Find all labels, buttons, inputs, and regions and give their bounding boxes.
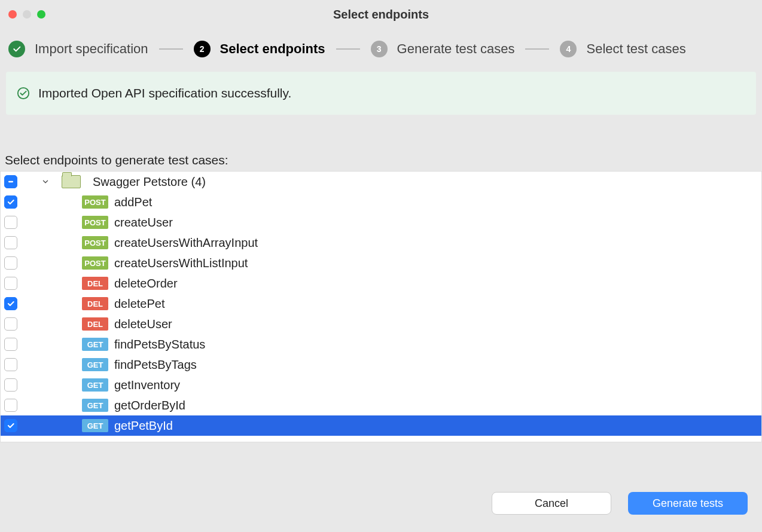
import-success-notice: Imported Open API specification successf… [6, 72, 756, 115]
tree-row[interactable]: POSTaddPet [1, 192, 761, 212]
http-method-badge: GET [82, 419, 108, 432]
tree-row[interactable]: POSTcreateUser [1, 212, 761, 233]
endpoint-name: findPetsByTags [112, 358, 197, 372]
chevron-down-icon[interactable] [41, 178, 50, 186]
http-method-badge: DEL [82, 297, 108, 310]
checkbox[interactable] [4, 297, 17, 310]
http-method-badge: GET [82, 378, 108, 392]
tree-row[interactable]: DELdeleteUser [1, 314, 761, 334]
step-number-icon: 4 [560, 41, 577, 57]
titlebar: Select endpoints [0, 0, 762, 29]
http-method-badge: POST [82, 216, 108, 229]
step-separator [525, 48, 549, 50]
step-import-specification: Import specification [8, 41, 148, 57]
endpoint-name: addPet [112, 195, 152, 209]
tree-row[interactable]: DELdeletePet [1, 293, 761, 314]
http-method-badge: POST [82, 256, 108, 270]
tree-row[interactable]: GETfindPetsByStatus [1, 334, 761, 354]
endpoint-name: createUser [112, 216, 173, 230]
tree-row[interactable]: GETfindPetsByTags [1, 354, 761, 375]
http-method-badge: POST [82, 236, 108, 249]
checkbox[interactable] [4, 216, 17, 229]
http-method-badge: POST [82, 195, 108, 209]
step-label: Select endpoints [220, 41, 325, 57]
checkbox[interactable] [4, 195, 17, 209]
svg-rect-1 [8, 181, 13, 182]
endpoint-name: createUsersWithArrayInput [112, 236, 258, 250]
tree-row[interactable]: POSTcreateUsersWithArrayInput [1, 233, 761, 253]
step-separator [159, 48, 183, 50]
tree-row[interactable]: GETgetPetById [1, 415, 761, 436]
dialog-footer: Cancel Generate tests [0, 475, 762, 532]
http-method-badge: GET [82, 338, 108, 351]
step-label: Import specification [35, 41, 148, 57]
cancel-button[interactable]: Cancel [492, 492, 611, 515]
success-icon [17, 87, 30, 100]
tree-root-row[interactable]: Swagger Petstore (4) [1, 172, 761, 192]
tree-row[interactable]: GETgetOrderById [1, 395, 761, 415]
wizard-steps: Import specification 2 Select endpoints … [0, 29, 762, 72]
endpoint-name: getInventory [112, 378, 180, 392]
checkbox[interactable] [4, 256, 17, 270]
checkbox[interactable] [4, 399, 17, 412]
section-label: Select endpoints to generate test cases: [0, 115, 762, 171]
step-generate-test-cases: 3 Generate test cases [371, 41, 515, 57]
step-number-icon: 3 [371, 41, 388, 57]
folder-icon [62, 175, 81, 188]
endpoint-name: deleteUser [112, 317, 172, 331]
step-select-test-cases: 4 Select test cases [560, 41, 685, 57]
step-label: Generate test cases [397, 41, 515, 57]
checkbox[interactable] [4, 236, 17, 249]
tree-row[interactable]: POSTcreateUsersWithListInput [1, 253, 761, 273]
step-label: Select test cases [586, 41, 685, 57]
generate-tests-button[interactable]: Generate tests [628, 492, 748, 515]
endpoint-tree[interactable]: Swagger Petstore (4) POSTaddPetPOSTcreat… [0, 171, 762, 442]
step-number-icon: 2 [194, 41, 211, 57]
endpoint-name: getOrderById [112, 399, 185, 412]
notice-text: Imported Open API specification successf… [38, 86, 291, 100]
checkbox[interactable] [4, 419, 17, 432]
checkbox[interactable] [4, 338, 17, 351]
checkbox-root[interactable] [4, 175, 17, 188]
http-method-badge: DEL [82, 277, 108, 290]
http-method-badge: GET [82, 399, 108, 412]
endpoint-name: getPetById [112, 419, 173, 433]
step-select-endpoints: 2 Select endpoints [194, 41, 325, 57]
check-icon [8, 41, 25, 57]
endpoint-name: deleteOrder [112, 277, 178, 291]
http-method-badge: DEL [82, 317, 108, 331]
tree-row[interactable]: DELdeleteOrder [1, 273, 761, 293]
tree-row[interactable]: GETgetInventory [1, 375, 761, 395]
http-method-badge: GET [82, 358, 108, 371]
checkbox[interactable] [4, 277, 17, 290]
endpoint-name: createUsersWithListInput [112, 256, 248, 270]
step-separator [336, 48, 360, 50]
svg-point-0 [18, 88, 29, 99]
checkbox[interactable] [4, 317, 17, 331]
endpoint-name: findPetsByStatus [112, 338, 205, 351]
checkbox[interactable] [4, 378, 17, 392]
endpoint-name: deletePet [112, 297, 165, 311]
checkbox[interactable] [4, 358, 17, 371]
window-title: Select endpoints [0, 8, 762, 22]
tree-root-label: Swagger Petstore (4) [93, 175, 206, 189]
